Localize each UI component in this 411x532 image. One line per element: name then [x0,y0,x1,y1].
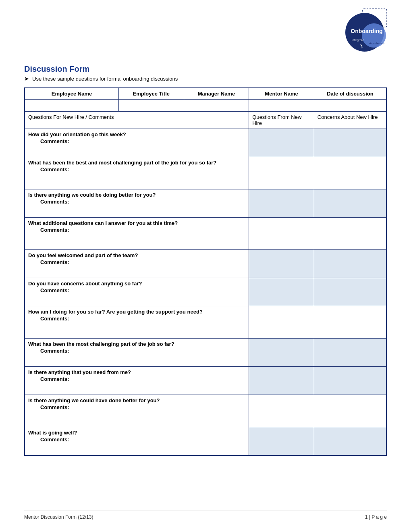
comments-label-2: Comments: [40,166,245,172]
question-text-7: How am I doing for you so far? Are you g… [28,309,245,315]
concerns-9[interactable] [314,367,386,395]
concerns-2[interactable] [314,157,386,189]
col-header-manager-name: Manager Name [184,88,249,100]
manager-name-cell[interactable] [184,100,249,112]
comments-label-3: Comments: [40,199,245,205]
date-cell[interactable] [314,100,386,112]
subtitle-row: ➤ Use these sample questions for formal … [24,75,387,82]
data-entry-row [25,100,386,112]
svg-text:Onboarding: Onboarding [351,28,382,34]
logo-container: Align Onboarding Integrate Accelerate [338,8,391,52]
concerns-3[interactable] [314,189,386,218]
table-row: What additional questions can I answer f… [25,218,386,250]
section-header-questions: Questions For New Hire / Comments [25,112,249,129]
concerns-7[interactable] [314,306,386,339]
page: Align Onboarding Integrate Accelerate Di… [0,0,411,532]
col-header-employee-name: Employee Name [25,88,118,100]
concerns-5[interactable] [314,250,386,278]
col-header-mentor-name: Mentor Name [249,88,314,100]
question-cell-5: Do you feel welcomed and part of the tea… [25,250,249,278]
answer-from-6[interactable] [249,278,314,306]
comments-label-9: Comments: [40,376,245,382]
question-text-2: What has been the best and most challeng… [28,160,245,166]
comments-label-10: Comments: [40,404,245,410]
section-header-row: Questions For New Hire / Comments Questi… [25,112,386,129]
question-text-4: What additional questions can I answer f… [28,220,245,226]
question-cell-7: How am I doing for you so far? Are you g… [25,306,249,339]
question-cell-11: What is going well? Comments: [25,427,249,455]
footer: Mentor Discussion Form (12/13) 1 | P a g… [24,511,387,520]
question-text-1: How did your orientation go this week? [28,131,245,137]
comments-label-5: Comments: [40,259,245,265]
concerns-8[interactable] [314,339,386,367]
comments-label-11: Comments: [40,436,245,443]
section-header-concerns: Concerns About New Hire [314,112,386,129]
arrow-icon: ➤ [24,75,29,82]
section-header-questions-from: Questions From New Hire [249,112,314,129]
question-cell-3: Is there anything we could be doing bett… [25,189,249,218]
answer-from-9[interactable] [249,367,314,395]
answer-from-10[interactable] [249,395,314,427]
concerns-4[interactable] [314,218,386,250]
table-header-row: Employee Name Employee Title Manager Nam… [25,88,386,100]
question-text-10: Is there anything we could have done bet… [28,397,245,403]
footer-right: 1 | P a g e [365,514,387,520]
question-cell-1: How did your orientation go this week? C… [25,129,249,157]
table-row: How am I doing for you so far? Are you g… [25,306,386,339]
main-table: Employee Name Employee Title Manager Nam… [24,87,387,456]
comments-label-8: Comments: [40,348,245,354]
table-row: What has been the most challenging part … [25,339,386,367]
comments-label-7: Comments: [40,316,245,322]
footer-left: Mentor Discussion Form (12/13) [24,514,93,520]
employee-name-cell[interactable] [25,100,118,112]
question-cell-8: What has been the most challenging part … [25,339,249,367]
comments-label-1: Comments: [40,138,245,144]
answer-from-4[interactable] [249,218,314,250]
table-row: Is there anything we could have done bet… [25,395,386,427]
svg-text:Accelerate: Accelerate [369,42,384,45]
col-header-date: Date of discussion [314,88,386,100]
question-text-6: Do you have concerns about anything so f… [28,281,245,287]
question-text-11: What is going well? [28,430,245,436]
answer-from-8[interactable] [249,339,314,367]
question-cell-2: What has been the best and most challeng… [25,157,249,189]
concerns-1[interactable] [314,129,386,157]
svg-text:Align: Align [364,16,371,19]
logo-icon: Align Onboarding Integrate Accelerate [338,8,391,52]
table-row: What is going well? Comments: [25,427,386,455]
question-text-5: Do you feel welcomed and part of the tea… [28,252,245,258]
employee-title-cell[interactable] [118,100,184,112]
subtitle-text: Use these sample questions for formal on… [32,76,178,82]
mentor-name-cell[interactable] [249,100,314,112]
question-cell-6: Do you have concerns about anything so f… [25,278,249,306]
concerns-11[interactable] [314,427,386,455]
question-cell-10: Is there anything we could have done bet… [25,395,249,427]
table-row: Do you feel welcomed and part of the tea… [25,250,386,278]
answer-from-3[interactable] [249,189,314,218]
question-text-8: What has been the most challenging part … [28,341,245,347]
comments-label-6: Comments: [40,287,245,293]
question-cell-4: What additional questions can I answer f… [25,218,249,250]
answer-from-7[interactable] [249,306,314,339]
svg-text:Integrate: Integrate [351,38,364,42]
concerns-6[interactable] [314,278,386,306]
page-title: Discussion Form [24,64,387,74]
table-row: Is there anything that you need from me?… [25,367,386,395]
table-row: Do you have concerns about anything so f… [25,278,386,306]
comments-label-4: Comments: [40,227,245,233]
question-text-3: Is there anything we could be doing bett… [28,192,245,198]
answer-from-2[interactable] [249,157,314,189]
table-row: Is there anything we could be doing bett… [25,189,386,218]
col-header-employee-title: Employee Title [118,88,184,100]
answer-from-1[interactable] [249,129,314,157]
question-cell-9: Is there anything that you need from me?… [25,367,249,395]
answer-from-5[interactable] [249,250,314,278]
concerns-10[interactable] [314,395,386,427]
question-text-9: Is there anything that you need from me? [28,369,245,375]
table-row: How did your orientation go this week? C… [25,129,386,157]
answer-from-11[interactable] [249,427,314,455]
table-row: What has been the best and most challeng… [25,157,386,189]
